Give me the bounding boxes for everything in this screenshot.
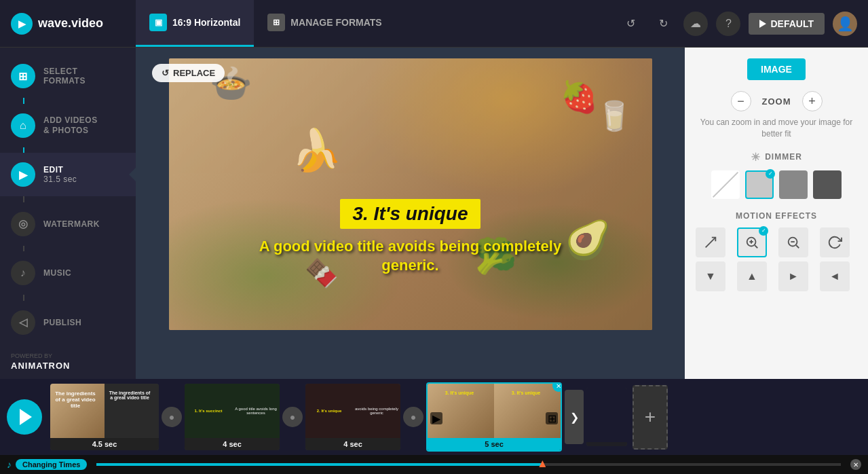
tab-horizontal[interactable]: ▣ 16:9 Horizontal [136,0,254,47]
edit-icon: ▶ [11,162,35,187]
clip-3-left: 2. It's unique [305,384,353,438]
edit-label: EDIT31.5 sec [43,165,77,185]
undo-button[interactable]: ↺ [618,12,643,36]
default-button[interactable]: DEFAULT [749,13,825,35]
add-videos-icon: ⌂ [11,113,35,138]
connector-2 [23,147,24,153]
swatch-none[interactable] [711,170,740,199]
food-banana: 🍌 [291,126,342,175]
sidebar-item-music[interactable]: ♪ MUSIC [0,251,136,295]
canvas-background: 🍲 🍓 🍌 🥑 🍫 🥛 🥦 [169,58,652,330]
music-icon: ♪ [11,261,35,285]
add-clip-button[interactable]: + [633,385,668,450]
clip-4-right: 3. It's unique ⊞ [494,384,561,438]
motion-btn-zoom-out[interactable] [778,227,808,257]
default-label: DEFAULT [770,18,814,29]
connector-clip-3: ● [403,407,423,427]
motion-btn-right[interactable]: ► [778,261,808,291]
logo-icon: ▶ [11,13,33,35]
redo-button[interactable]: ↻ [651,12,675,36]
svg-line-2 [755,245,757,248]
music-label: MUSIC [43,268,71,278]
clip-2-thumb: 1. It's succinct A good title avoids lon… [185,384,280,438]
tab-manage-label: MANAGE FORMATS [290,17,381,28]
add-videos-label: ADD VIDEOS& PHOTOS [43,115,98,135]
logo-area: ▶ wave.video [0,13,136,35]
clip-2[interactable]: 1. It's succinct A good title avoids lon… [185,384,280,450]
zoom-in-icon [744,235,759,250]
top-right-controls: ↺ ↻ ☁ ? DEFAULT 👤 [618,12,868,36]
clip-4-expand-indicator: ⊞ [546,412,558,424]
animatron-brand: ANIMATRON [11,361,125,371]
active-arrow [129,168,136,181]
cloud-button[interactable]: ☁ [683,12,708,36]
play-button-icon [20,409,32,425]
motion-section-label: MOTION EFFECTS [696,211,857,221]
motion-btn-down[interactable]: ▼ [696,261,725,291]
clip-2-badge: 1. It's succinct [193,408,223,414]
clip-5-duration [586,442,627,446]
music-track-label[interactable]: Changing Times [16,459,87,470]
swatch-light-gray[interactable]: ✓ [745,170,774,199]
motion-btn-diagonal[interactable] [696,227,725,257]
logo-text: wave.video [38,16,103,31]
zoom-row: − ZOOM + [696,91,857,111]
main-content: ⊞ SELECTFORMATS ⌂ ADD VIDEOS& PHOTOS ▶ E… [0,48,868,379]
clip-4[interactable]: ✕ 3. It's unique ▶ 3. It's unique ⊞ 5 se… [426,382,562,452]
clip-1-left: The ingredients of a great video title [50,384,105,438]
clip-1-text-dark: The ingredients of a great video title [106,389,153,401]
svg-line-6 [796,245,799,248]
sidebar-item-edit[interactable]: ▶ EDIT31.5 sec [0,153,136,196]
user-avatar[interactable]: 👤 [833,12,857,36]
music-progress-bar [96,463,841,466]
swatch-medium-gray[interactable] [779,170,808,199]
sidebar-item-add-videos[interactable]: ⌂ ADD VIDEOS& PHOTOS [0,104,136,147]
canvas-title: 3. It's unique [340,199,480,229]
zoom-out-button[interactable]: − [731,91,751,111]
motion-btn-up[interactable]: ▲ [737,261,767,291]
help-button[interactable]: ? [716,12,740,36]
replace-button[interactable]: ↺ REPLACE [152,64,225,82]
music-progress-fill [96,463,543,466]
swatch-dark-gray[interactable] [813,170,842,199]
clip-5[interactable] [586,388,627,446]
publish-label: PUBLISH [43,318,81,327]
replace-icon: ↺ [162,68,169,78]
powered-by-text: POWERED BY [11,352,125,359]
zoom-in-button[interactable]: + [802,91,823,111]
image-tab-button[interactable]: IMAGE [747,58,806,80]
play-button[interactable] [7,399,42,435]
sidebar-item-select-formats[interactable]: ⊞ SELECTFORMATS [0,54,136,98]
motion-btn-rotate[interactable] [820,227,850,257]
top-bar: ▶ wave.video ▣ 16:9 Horizontal ⊞ MANAGE … [0,0,868,48]
tab-manage-icon: ⊞ [267,14,285,31]
food-berries: 🍓 [560,79,598,115]
clip-3-right: avoids being completely generic [353,384,400,438]
tab-manage-formats[interactable]: ⊞ MANAGE FORMATS [254,0,395,47]
clip-4-left: 3. It's unique ▶ [428,384,494,438]
clip-2-right: A good title avoids long sentences [232,384,280,438]
up-arrow-icon: ▲ [747,270,757,282]
music-close-button[interactable]: ✕ [850,459,861,470]
video-canvas: 🍲 🍓 🍌 🥑 🍫 🥛 🥦 3. It's unique A good vide… [169,58,652,330]
left-arrow-icon: ◄ [829,270,840,282]
canvas-text-overlay: 3. It's unique A good video title avoids… [169,199,652,276]
sidebar-bottom: POWERED BY ANIMATRON [0,344,136,379]
clip-1[interactable]: The ingredients of a great video title T… [50,384,159,450]
add-clip-icon: + [645,406,656,428]
edit-duration: 31.5 sec [43,175,77,184]
svg-line-0 [706,237,716,247]
clip-4-duration: 5 sec [428,438,561,450]
clip-4-thumb: 3. It's unique ▶ 3. It's unique ⊞ [428,384,561,438]
subtitle-yellow: avoids being completelygeneric. [381,238,561,274]
canvas-area: ↺ REPLACE 🍲 🍓 🍌 🥑 🍫 🥛 🥦 3. It's unique A… [136,48,685,379]
nav-arrow[interactable]: ❯ [565,390,584,444]
clip-2-text: A good title avoids long sentences [232,406,280,416]
right-panel: IMAGE − ZOOM + You can zoom in and move … [685,48,868,379]
select-formats-label: SELECTFORMATS [43,67,86,86]
motion-btn-zoom-in[interactable]: ✓ [737,227,767,257]
motion-btn-left[interactable]: ◄ [820,261,850,291]
sidebar-item-publish[interactable]: ◁ PUBLISH [0,301,136,344]
clip-3[interactable]: 2. It's unique avoids being completely g… [305,384,400,450]
sidebar-item-watermark[interactable]: ◎ WATERMARK [0,202,136,246]
